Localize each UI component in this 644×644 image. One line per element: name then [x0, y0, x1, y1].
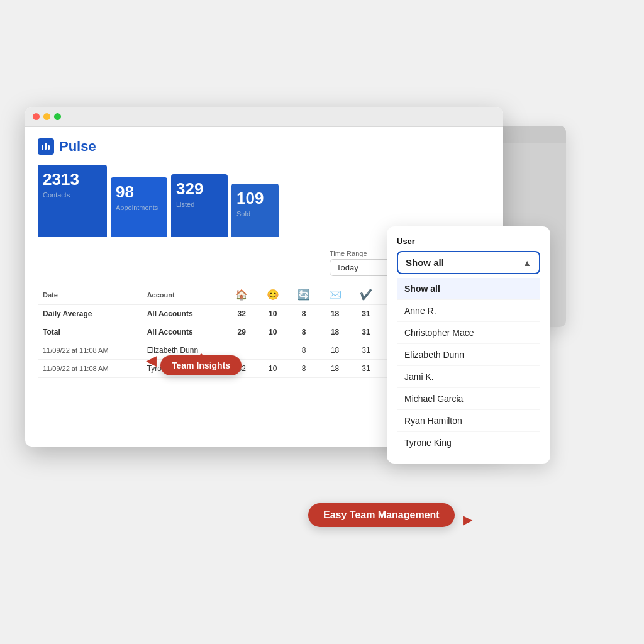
list-item[interactable]: Tyrone King — [397, 432, 540, 453]
svg-rect-2 — [48, 145, 50, 150]
col-icon-2: 😊 — [257, 285, 288, 305]
easy-team-tooltip: Easy Team Management — [308, 503, 455, 527]
cell-account: All Accounts — [142, 305, 226, 323]
browser-titlebar — [25, 107, 503, 127]
svg-rect-0 — [42, 145, 43, 150]
col-icon-1: 🏠 — [226, 285, 257, 305]
list-item[interactable]: Christopher Mace — [397, 322, 540, 344]
user-selected-value: Show all — [406, 257, 444, 268]
col-icon-3: 🔄 — [288, 285, 319, 305]
time-range-value: Today — [336, 263, 358, 272]
team-insights-arrow: ▶ — [146, 354, 157, 370]
pulse-icon — [38, 138, 54, 155]
dot-green[interactable] — [54, 113, 61, 120]
cell-date: Total — [38, 323, 142, 341]
cell-date: Daily Average — [38, 305, 142, 323]
col-account: Account — [142, 285, 226, 305]
user-list: Show all Anne R. Christopher Mace Elizab… — [397, 278, 540, 453]
metric-bar-listed: 329 Listed — [171, 174, 228, 237]
scene: Pulse 2313 Contacts 98 Appointments 329 … — [0, 0, 644, 644]
cell-date: 11/09/22 at 11:08 AM — [38, 360, 142, 378]
pulse-header: Pulse — [38, 138, 491, 155]
list-item[interactable]: Anne R. — [397, 300, 540, 322]
dot-yellow[interactable] — [43, 113, 50, 120]
list-item[interactable]: Show all — [397, 278, 540, 300]
dot-red[interactable] — [33, 113, 40, 120]
user-dropdown-panel: User Show all ▲ Show all Anne R. Christo… — [387, 226, 550, 464]
svg-rect-1 — [45, 143, 47, 150]
col-date: Date — [38, 285, 142, 305]
chevron-up-icon: ▲ — [523, 258, 531, 268]
team-insights-tooltip: Team Insights — [160, 355, 242, 375]
list-item[interactable]: Michael Garcia — [397, 388, 540, 410]
easy-team-label: Easy Team Management — [323, 509, 440, 520]
metric-bar-appointments: 98 Appointments — [111, 177, 167, 237]
list-item[interactable]: Elizabeth Dunn — [397, 344, 540, 366]
col-icon-5: ✔️ — [350, 285, 381, 305]
cell-date: 11/09/22 at 11:08 AM — [38, 341, 142, 360]
easy-team-arrow: ▶ — [463, 512, 472, 527]
metric-bar-contacts: 2313 Contacts — [38, 165, 107, 237]
list-item[interactable]: Ryan Hamilton — [397, 410, 540, 432]
col-icon-4: ✉️ — [319, 285, 350, 305]
cell-account: All Accounts — [142, 323, 226, 341]
page-title: Pulse — [59, 138, 96, 155]
team-insights-label: Team Insights — [172, 360, 230, 370]
metric-bar-sold: 109 Sold — [231, 184, 279, 237]
user-panel-label: User — [397, 236, 540, 246]
user-dropdown-select[interactable]: Show all ▲ — [397, 251, 540, 274]
list-item[interactable]: Jami K. — [397, 366, 540, 388]
